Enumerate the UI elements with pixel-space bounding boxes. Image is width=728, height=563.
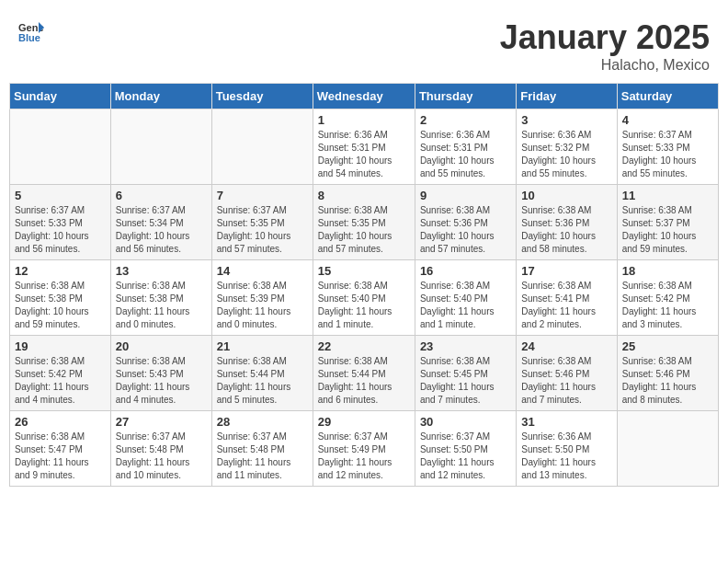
day-info: Sunrise: 6:37 AM Sunset: 5:34 PM Dayligh… (116, 204, 207, 256)
calendar-title: January 2025 (500, 18, 710, 57)
day-info: Sunrise: 6:38 AM Sunset: 5:35 PM Dayligh… (318, 204, 410, 256)
page-header: General Blue January 2025 Halacho, Mexic… (9, 9, 719, 78)
calendar-cell: 17Sunrise: 6:38 AM Sunset: 5:41 PM Dayli… (517, 260, 617, 336)
calendar-cell (211, 109, 313, 185)
day-info: Sunrise: 6:38 AM Sunset: 5:42 PM Dayligh… (622, 280, 713, 331)
calendar-cell: 28Sunrise: 6:37 AM Sunset: 5:48 PM Dayli… (211, 411, 313, 487)
calendar-week-row: 5Sunrise: 6:37 AM Sunset: 5:33 PM Daylig… (10, 185, 719, 260)
day-number: 25 (622, 339, 713, 353)
calendar-cell: 29Sunrise: 6:37 AM Sunset: 5:49 PM Dayli… (313, 411, 415, 487)
day-info: Sunrise: 6:38 AM Sunset: 5:36 PM Dayligh… (420, 204, 511, 256)
day-number: 26 (15, 415, 106, 429)
calendar-cell: 14Sunrise: 6:38 AM Sunset: 5:39 PM Dayli… (211, 260, 313, 336)
day-number: 2 (420, 113, 511, 127)
calendar-week-row: 1Sunrise: 6:36 AM Sunset: 5:31 PM Daylig… (10, 109, 719, 185)
day-number: 28 (217, 415, 308, 429)
day-number: 17 (521, 264, 611, 278)
day-info: Sunrise: 6:37 AM Sunset: 5:33 PM Dayligh… (15, 204, 106, 256)
day-number: 10 (521, 189, 611, 202)
day-number: 14 (217, 264, 308, 278)
day-info: Sunrise: 6:38 AM Sunset: 5:37 PM Dayligh… (622, 204, 713, 256)
calendar-cell: 12Sunrise: 6:38 AM Sunset: 5:38 PM Dayli… (10, 260, 111, 336)
day-info: Sunrise: 6:36 AM Sunset: 5:31 PM Dayligh… (420, 129, 511, 180)
svg-text:Blue: Blue (18, 32, 40, 43)
day-info: Sunrise: 6:37 AM Sunset: 5:33 PM Dayligh… (622, 129, 713, 180)
calendar-cell: 26Sunrise: 6:38 AM Sunset: 5:47 PM Dayli… (10, 411, 111, 487)
calendar-cell: 2Sunrise: 6:36 AM Sunset: 5:31 PM Daylig… (415, 109, 516, 185)
day-info: Sunrise: 6:36 AM Sunset: 5:32 PM Dayligh… (521, 129, 611, 180)
calendar-cell: 8Sunrise: 6:38 AM Sunset: 5:35 PM Daylig… (313, 185, 415, 260)
calendar-week-row: 12Sunrise: 6:38 AM Sunset: 5:38 PM Dayli… (10, 260, 719, 336)
day-number: 9 (420, 189, 511, 202)
calendar-cell: 22Sunrise: 6:38 AM Sunset: 5:44 PM Dayli… (313, 336, 415, 411)
day-of-week-header: Saturday (617, 84, 718, 109)
calendar-cell: 20Sunrise: 6:38 AM Sunset: 5:43 PM Dayli… (110, 336, 211, 411)
calendar-cell (110, 109, 211, 185)
logo-icon: General Blue (18, 18, 44, 44)
day-number: 12 (15, 264, 106, 278)
day-number: 8 (318, 189, 410, 202)
day-info: Sunrise: 6:38 AM Sunset: 5:44 PM Dayligh… (217, 355, 308, 407)
day-info: Sunrise: 6:38 AM Sunset: 5:43 PM Dayligh… (116, 355, 207, 407)
calendar-week-row: 19Sunrise: 6:38 AM Sunset: 5:42 PM Dayli… (10, 336, 719, 411)
calendar-cell: 1Sunrise: 6:36 AM Sunset: 5:31 PM Daylig… (313, 109, 415, 185)
day-info: Sunrise: 6:37 AM Sunset: 5:35 PM Dayligh… (217, 204, 308, 256)
day-number: 24 (521, 339, 611, 353)
day-number: 20 (116, 339, 207, 353)
calendar-cell: 5Sunrise: 6:37 AM Sunset: 5:33 PM Daylig… (10, 185, 111, 260)
day-number: 30 (420, 415, 511, 429)
day-info: Sunrise: 6:38 AM Sunset: 5:46 PM Dayligh… (622, 355, 713, 407)
day-info: Sunrise: 6:37 AM Sunset: 5:48 PM Dayligh… (116, 431, 207, 482)
day-info: Sunrise: 6:38 AM Sunset: 5:38 PM Dayligh… (116, 280, 207, 331)
calendar-cell: 10Sunrise: 6:38 AM Sunset: 5:36 PM Dayli… (517, 185, 617, 260)
day-info: Sunrise: 6:38 AM Sunset: 5:42 PM Dayligh… (15, 355, 106, 407)
day-number: 27 (116, 415, 207, 429)
day-number: 15 (318, 264, 410, 278)
day-info: Sunrise: 6:38 AM Sunset: 5:46 PM Dayligh… (521, 355, 611, 407)
day-number: 31 (521, 415, 611, 429)
day-info: Sunrise: 6:38 AM Sunset: 5:47 PM Dayligh… (15, 431, 106, 482)
calendar-cell: 23Sunrise: 6:38 AM Sunset: 5:45 PM Dayli… (415, 336, 516, 411)
day-number: 4 (622, 113, 713, 127)
calendar-table: SundayMondayTuesdayWednesdayThursdayFrid… (9, 83, 719, 487)
day-info: Sunrise: 6:38 AM Sunset: 5:41 PM Dayligh… (521, 280, 611, 331)
day-info: Sunrise: 6:38 AM Sunset: 5:36 PM Dayligh… (521, 204, 611, 256)
day-number: 18 (622, 264, 713, 278)
title-block: January 2025 Halacho, Mexico (500, 18, 710, 74)
day-info: Sunrise: 6:37 AM Sunset: 5:50 PM Dayligh… (420, 431, 511, 482)
day-info: Sunrise: 6:37 AM Sunset: 5:48 PM Dayligh… (217, 431, 308, 482)
day-of-week-header: Sunday (10, 84, 111, 109)
calendar-cell: 7Sunrise: 6:37 AM Sunset: 5:35 PM Daylig… (211, 185, 313, 260)
day-info: Sunrise: 6:38 AM Sunset: 5:44 PM Dayligh… (318, 355, 410, 407)
calendar-cell: 11Sunrise: 6:38 AM Sunset: 5:37 PM Dayli… (617, 185, 718, 260)
day-number: 23 (420, 339, 511, 353)
calendar-cell: 31Sunrise: 6:36 AM Sunset: 5:50 PM Dayli… (517, 411, 617, 487)
calendar-cell: 15Sunrise: 6:38 AM Sunset: 5:40 PM Dayli… (313, 260, 415, 336)
calendar-header-row: SundayMondayTuesdayWednesdayThursdayFrid… (10, 84, 719, 109)
calendar-cell: 3Sunrise: 6:36 AM Sunset: 5:32 PM Daylig… (517, 109, 617, 185)
day-info: Sunrise: 6:38 AM Sunset: 5:39 PM Dayligh… (217, 280, 308, 331)
day-number: 3 (521, 113, 611, 127)
day-of-week-header: Thursday (415, 84, 516, 109)
calendar-cell (10, 109, 111, 185)
day-number: 1 (318, 113, 410, 127)
day-number: 29 (318, 415, 410, 429)
calendar-cell: 18Sunrise: 6:38 AM Sunset: 5:42 PM Dayli… (617, 260, 718, 336)
calendar-cell: 16Sunrise: 6:38 AM Sunset: 5:40 PM Dayli… (415, 260, 516, 336)
calendar-cell: 25Sunrise: 6:38 AM Sunset: 5:46 PM Dayli… (617, 336, 718, 411)
day-info: Sunrise: 6:38 AM Sunset: 5:40 PM Dayligh… (318, 280, 410, 331)
calendar-cell (617, 411, 718, 487)
calendar-cell: 6Sunrise: 6:37 AM Sunset: 5:34 PM Daylig… (110, 185, 211, 260)
calendar-subtitle: Halacho, Mexico (500, 57, 710, 74)
day-number: 11 (622, 189, 713, 202)
day-number: 6 (116, 189, 207, 202)
day-number: 5 (15, 189, 106, 202)
day-of-week-header: Wednesday (313, 84, 415, 109)
day-info: Sunrise: 6:36 AM Sunset: 5:50 PM Dayligh… (521, 431, 611, 482)
day-of-week-header: Tuesday (211, 84, 313, 109)
logo: General Blue (18, 18, 44, 44)
calendar-cell: 21Sunrise: 6:38 AM Sunset: 5:44 PM Dayli… (211, 336, 313, 411)
day-info: Sunrise: 6:38 AM Sunset: 5:40 PM Dayligh… (420, 280, 511, 331)
calendar-cell: 30Sunrise: 6:37 AM Sunset: 5:50 PM Dayli… (415, 411, 516, 487)
day-of-week-header: Friday (517, 84, 617, 109)
